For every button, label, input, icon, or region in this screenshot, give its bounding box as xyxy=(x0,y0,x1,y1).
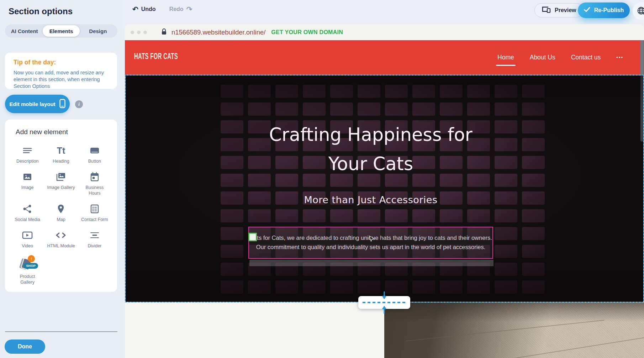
element-label: HTML Module xyxy=(47,243,75,249)
element-divider[interactable]: Divider xyxy=(78,226,111,252)
element-heading[interactable]: Tt Heading xyxy=(44,141,78,167)
info-icon[interactable]: i xyxy=(75,100,83,108)
hero-tile xyxy=(495,209,517,222)
business-hours-icon xyxy=(89,172,100,182)
element-label: Image xyxy=(21,185,34,190)
site-header: HATS FOR CATS Home About Us Contact us •… xyxy=(125,40,644,75)
republish-label: Re-Publish xyxy=(594,7,624,14)
element-label: Product Gallery xyxy=(12,274,43,285)
panel-tabs: AI Content Elements Design xyxy=(5,24,117,38)
site-nav: Home About Us Contact us ••• xyxy=(497,40,623,75)
section-resize-widget[interactable] xyxy=(358,296,410,309)
site-logo[interactable]: HATS FOR CATS xyxy=(134,51,178,61)
hero-tile xyxy=(495,245,517,258)
section-border-top xyxy=(125,75,644,75)
element-html-module[interactable]: HTML Module xyxy=(44,226,78,252)
contact-form-icon xyxy=(90,204,100,214)
element-label: Map xyxy=(57,217,65,222)
tab-ai-content[interactable]: AI Content xyxy=(6,25,43,37)
tab-elements[interactable]: Elements xyxy=(43,25,79,37)
preview-button[interactable]: Preview xyxy=(534,3,584,17)
tip-of-the-day-card: Tip of the day: Now you can add, move an… xyxy=(5,53,117,89)
redo-button[interactable]: Redo ↷ xyxy=(169,6,192,13)
hero-tile xyxy=(522,280,545,294)
nav-more-button[interactable]: ••• xyxy=(616,55,623,60)
image-icon xyxy=(22,172,33,182)
element-contact-form[interactable]: Contact Form xyxy=(78,199,111,226)
hover-highlight-bar xyxy=(249,260,493,266)
edit-mobile-layout-button[interactable]: Edit mobile layout xyxy=(5,95,70,113)
upload-arrow-icon: ↑ xyxy=(28,255,35,262)
done-button[interactable]: Done xyxy=(5,339,45,354)
element-button[interactable]: Button xyxy=(78,141,111,167)
element-label: Business Hours xyxy=(79,185,110,196)
section-options-panel: Section options AI Content Elements Desi… xyxy=(0,0,125,358)
nav-home[interactable]: Home xyxy=(497,54,514,61)
hero-tile xyxy=(248,209,271,222)
hero-tile xyxy=(248,102,271,116)
button-icon xyxy=(89,146,100,156)
mouse-cursor xyxy=(369,236,374,244)
hero-tile xyxy=(221,227,243,240)
undo-label: Undo xyxy=(141,6,156,12)
hero-tile xyxy=(303,280,326,294)
collapse-arrows-icon xyxy=(380,291,388,315)
hero-tile xyxy=(495,102,517,116)
image-gallery-icon xyxy=(55,172,67,182)
add-element-card: Add new element Description Tt Heading B… xyxy=(5,120,117,292)
get-domain-link[interactable]: GET YOUR OWN DOMAIN xyxy=(271,29,343,36)
history-controls: ↶ Undo Redo ↷ xyxy=(132,6,192,13)
url-text[interactable]: n1566589.websitebuilder.online/ xyxy=(171,28,265,36)
heading-icon: Tt xyxy=(57,146,65,156)
video-icon xyxy=(22,230,33,240)
undo-button[interactable]: ↶ Undo xyxy=(132,6,156,13)
hero-tile xyxy=(221,85,243,98)
element-description[interactable]: Description xyxy=(11,141,44,167)
element-label: Description xyxy=(16,158,39,164)
globe-icon[interactable] xyxy=(633,2,644,20)
element-map[interactable]: Map xyxy=(44,199,78,226)
hero-tile xyxy=(440,209,463,222)
hero-tile xyxy=(275,209,298,222)
hero-tile xyxy=(385,85,408,98)
tab-design[interactable]: Design xyxy=(80,25,116,37)
hero-tile xyxy=(385,102,408,116)
browser-chrome: n1566589.websitebuilder.online/ GET YOUR… xyxy=(125,24,644,40)
element-product-gallery[interactable]: ↑ SHOP Product Gallery xyxy=(11,252,44,288)
add-element-title: Add new element xyxy=(5,120,117,137)
element-label: Heading xyxy=(53,158,69,164)
hero-tile xyxy=(221,209,243,222)
nav-about-us[interactable]: About Us xyxy=(530,54,555,61)
hero-tile xyxy=(412,85,435,98)
hero-tile xyxy=(495,263,517,276)
element-image-gallery[interactable]: Image Gallery xyxy=(44,167,78,199)
hero-tile xyxy=(275,280,298,294)
element-image[interactable]: Image xyxy=(11,167,44,199)
hero-subheading[interactable]: More than Just Accessories xyxy=(209,194,533,205)
hero-tile xyxy=(330,280,353,294)
nav-contact-us[interactable]: Contact us xyxy=(571,54,601,61)
hero-tile xyxy=(467,85,490,98)
hero-tile xyxy=(358,102,380,116)
element-business-hours[interactable]: Business Hours xyxy=(78,167,111,199)
pavement-seam xyxy=(502,336,644,358)
hero-tile xyxy=(440,102,463,116)
hero-tile xyxy=(221,245,243,258)
republish-button[interactable]: Re-Publish xyxy=(578,2,630,18)
shop-badge: SHOP xyxy=(23,263,38,269)
element-video[interactable]: Video xyxy=(11,226,44,252)
hero-tile xyxy=(303,209,326,222)
hero-tile xyxy=(522,227,545,240)
element-social-media[interactable]: Social Media xyxy=(11,199,44,226)
hero-heading[interactable]: Crafting Happiness for Your Cats xyxy=(209,120,533,179)
undo-icon: ↶ xyxy=(132,6,138,13)
hero-tile xyxy=(495,280,517,294)
hero-tile xyxy=(275,85,298,98)
hero-tile xyxy=(412,280,435,294)
element-label: Image Gallery xyxy=(47,185,75,190)
hero-heading-line2: Your Cats xyxy=(209,149,533,179)
selection-resize-handle[interactable] xyxy=(248,233,257,241)
phone-icon xyxy=(59,99,65,109)
hero-section[interactable]: Crafting Happiness for Your Cats More th… xyxy=(125,75,644,302)
hero-tile xyxy=(522,85,545,98)
